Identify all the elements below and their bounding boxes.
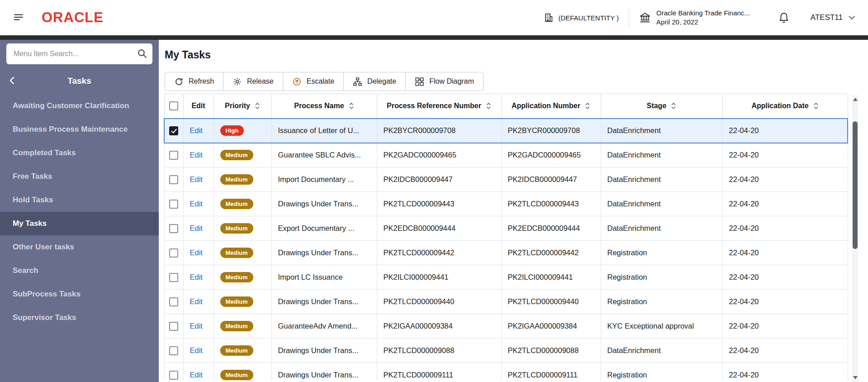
application-number-cell: PK2GADC000009465 (501, 143, 601, 167)
sidebar-item-search[interactable]: Search (0, 259, 159, 282)
edit-link[interactable]: Edit (190, 297, 203, 306)
row-checkbox[interactable] (169, 297, 178, 306)
column-label: Application Date (751, 102, 808, 110)
sidebar-item-business-process-maintenance[interactable]: Business Process Maintenance (0, 118, 159, 141)
sidebar-item-supervisor-tasks[interactable]: Supervisor Tasks (0, 306, 159, 329)
search-button[interactable] (136, 48, 148, 60)
sort-icon[interactable] (671, 102, 676, 110)
oracle-logo: ORACLE (42, 10, 104, 26)
edit-link[interactable]: Edit (190, 126, 203, 134)
flow-diagram-button[interactable]: Flow Diagram (405, 72, 484, 91)
priority-badge: High (220, 125, 244, 136)
application-date-cell: 22-04-20 (722, 363, 848, 381)
table-body: EditHighIssuance of Letter of U...PK2BYC… (164, 119, 848, 381)
task-row: EditMediumDrawings Under Trans...PK2TLCD… (164, 290, 848, 314)
notifications-button[interactable] (778, 12, 790, 24)
column-header-priority[interactable]: Priority (213, 94, 271, 119)
main-content: My Tasks RefreshReleaseEscalateDelegateF… (159, 40, 868, 382)
sidebar-item-subprocess-tasks[interactable]: SubProcess Tasks (0, 282, 159, 306)
application-date-cell: 22-04-20 (722, 241, 848, 265)
tasks-table: EditPriorityProcess NameProcess Referenc… (164, 94, 848, 381)
edit-link[interactable]: Edit (190, 151, 203, 159)
dark-strip (0, 35, 868, 40)
refresh-button[interactable]: Refresh (165, 72, 223, 91)
column-header-application-number[interactable]: Application Number (501, 94, 601, 119)
edit-link[interactable]: Edit (190, 175, 203, 183)
stage-cell: DataEnrichment (601, 143, 722, 167)
process-reference-number-cell: PK2IDCB000009447 (377, 167, 501, 192)
column-header-process-name[interactable]: Process Name (271, 94, 377, 119)
sidebar-item-my-tasks[interactable]: My Tasks (0, 212, 159, 235)
row-checkbox[interactable] (169, 322, 178, 331)
sort-icon[interactable] (486, 102, 491, 110)
scrollbar-thumb[interactable] (853, 121, 858, 249)
release-button[interactable]: Release (223, 72, 283, 91)
process-reference-number-cell: PK2IGAA000009384 (377, 314, 501, 339)
scroll-down-arrow[interactable] (853, 376, 858, 379)
priority-badge: Medium (220, 296, 253, 307)
application-number-cell: PK2BYCR000009708 (501, 119, 601, 143)
select-all-checkbox[interactable] (169, 101, 178, 110)
hamburger-menu-button[interactable] (11, 10, 26, 25)
sidebar-section-head: Tasks (0, 74, 159, 88)
sidebar-item-free-tasks[interactable]: Free Tasks (0, 165, 159, 188)
sort-icon[interactable] (349, 102, 354, 110)
row-checkbox[interactable] (169, 224, 178, 233)
application-date-cell: 22-04-20 (722, 265, 848, 290)
task-row: EditMediumGuaranteeAdv Amend...PK2IGAA00… (164, 314, 848, 339)
app-date: April 20, 2022 (656, 18, 750, 27)
task-row: EditMediumImport LC IssuancePK2ILCI00000… (164, 265, 848, 290)
vertical-scrollbar[interactable] (852, 95, 858, 382)
edit-link[interactable]: Edit (190, 248, 203, 257)
application-date-cell: 22-04-20 (722, 314, 848, 339)
sort-icon[interactable] (255, 102, 260, 110)
user-menu[interactable]: ATEST11 (811, 13, 856, 22)
row-checkbox[interactable] (169, 151, 178, 160)
row-checkbox[interactable] (169, 200, 178, 209)
sort-icon[interactable] (813, 102, 819, 110)
escalate-button[interactable]: Escalate (283, 72, 344, 91)
sort-icon[interactable] (585, 102, 590, 110)
delegate-button[interactable]: Delegate (343, 72, 406, 91)
sidebar-item-awaiting-customer-clarification[interactable]: Awaiting Customer Clarification (0, 94, 159, 118)
task-row: EditMediumDrawings Under Trans...PK2TLCD… (164, 192, 848, 216)
app-root: ORACLE (DEFAULTENTITY ) Oracle Banking T… (0, 0, 868, 382)
layout: Tasks Awaiting Customer ClarificationBus… (0, 40, 868, 382)
column-label: Process Name (294, 102, 344, 110)
row-checkbox[interactable] (169, 248, 178, 258)
menu-search-input[interactable] (6, 43, 152, 64)
stage-cell: DataEnrichment (601, 339, 722, 363)
back-button[interactable] (5, 74, 19, 88)
application-date-cell: 22-04-20 (722, 216, 848, 241)
column-header-process-reference-number[interactable]: Process Reference Number (377, 94, 501, 119)
edit-link[interactable]: Edit (190, 371, 203, 379)
edit-link[interactable]: Edit (190, 346, 203, 354)
process-reference-number-cell: PK2EDCB000009444 (377, 216, 501, 241)
edit-link[interactable]: Edit (190, 200, 203, 208)
sidebar-item-hold-tasks[interactable]: Hold Tasks (0, 188, 159, 212)
row-checkbox[interactable] (169, 273, 178, 282)
row-checkbox[interactable] (169, 346, 178, 355)
sidebar-item-completed-tasks[interactable]: Completed Tasks (0, 141, 159, 165)
edit-link[interactable]: Edit (190, 224, 203, 232)
application-date-cell: 22-04-20 (722, 143, 848, 167)
edit-link[interactable]: Edit (190, 273, 203, 281)
stage-cell: Registration (601, 290, 722, 314)
process-name-cell: Drawings Under Trans... (271, 339, 377, 363)
username: ATEST11 (811, 13, 843, 22)
refresh-icon (174, 77, 184, 86)
search-icon (137, 48, 147, 59)
process-reference-number-cell: PK2BYCR000009708 (377, 119, 501, 143)
column-header-stage[interactable]: Stage (601, 94, 722, 119)
edit-link[interactable]: Edit (190, 322, 203, 330)
row-checkbox[interactable] (169, 126, 178, 135)
toolbar: RefreshReleaseEscalateDelegateFlow Diagr… (165, 72, 868, 91)
row-checkbox[interactable] (169, 371, 178, 380)
row-checkbox[interactable] (169, 175, 178, 184)
escalate-icon (292, 77, 302, 86)
sidebar-section-title: Tasks (19, 76, 140, 86)
entity-selector[interactable]: (DEFAULTENTITY ) (544, 13, 619, 23)
scroll-up-arrow[interactable] (853, 98, 858, 101)
column-header-application-date[interactable]: Application Date (722, 94, 848, 119)
sidebar-item-other-user-tasks[interactable]: Other User tasks (0, 235, 159, 259)
